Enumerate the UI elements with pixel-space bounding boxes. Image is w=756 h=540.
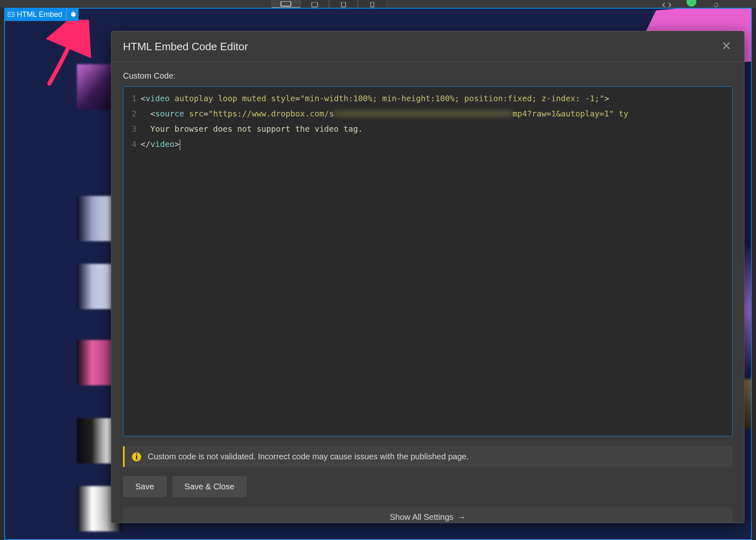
html-embed-editor-dialog: HTML Embed Code Editor Custom Code: 1 2 … [111, 31, 744, 523]
svg-rect-2 [341, 2, 346, 7]
custom-code-label: Custom Code: [123, 71, 733, 81]
arrow-right-icon: → [457, 512, 466, 522]
line-number: 4 [123, 137, 137, 152]
dialog-title: HTML Embed Code Editor [123, 40, 248, 53]
svg-rect-0 [281, 1, 291, 6]
svg-rect-3 [371, 2, 374, 7]
element-tag-label[interactable]: HTML Embed [5, 8, 66, 21]
code-content[interactable]: <video autoplay loop muted style="min-wi… [141, 87, 732, 436]
line-number: 2 [123, 106, 137, 121]
show-all-settings-button[interactable]: Show All Settings → [123, 507, 733, 523]
dialog-footer: Save Save & Close [111, 467, 744, 497]
save-button[interactable]: Save [123, 476, 167, 497]
dialog-body: Custom Code: 1 2 3 4 <video autoplay loo… [111, 62, 744, 436]
status-indicator [684, 0, 698, 8]
show-all-settings-label: Show All Settings [390, 512, 454, 522]
element-settings-button[interactable] [66, 8, 79, 21]
redacted-text: XXXXXXXXXXXXXXXXXXXXXXXXXXXXXXXXXXXXX [334, 109, 513, 119]
code-editor[interactable]: 1 2 3 4 <video autoplay loop muted style… [123, 86, 733, 436]
save-and-close-button[interactable]: Save & Close [172, 476, 247, 497]
text-caret [180, 140, 180, 150]
top-right-toolbar [660, 0, 748, 8]
refresh-icon[interactable] [709, 0, 723, 8]
line-number: 1 [123, 91, 137, 106]
device-tablet-landscape-icon[interactable] [329, 0, 358, 8]
dialog-close-button[interactable] [720, 40, 733, 54]
element-tag-text: HTML Embed [17, 10, 62, 19]
gear-icon [70, 11, 76, 18]
warning-text: Custom code is not validated. Incorrect … [148, 452, 468, 461]
selected-element-tag: HTML Embed [5, 8, 79, 21]
code-gutter: 1 2 3 4 [123, 87, 141, 436]
device-desktop-icon[interactable] [271, 0, 300, 8]
info-icon: i [132, 452, 141, 461]
dialog-header: HTML Embed Code Editor [111, 31, 744, 62]
annotation-arrow [43, 20, 93, 86]
device-mobile-icon[interactable] [358, 0, 387, 8]
code-embed-icon [8, 11, 14, 18]
svg-rect-1 [312, 2, 318, 7]
more-icon[interactable] [734, 0, 748, 8]
expand-icon[interactable] [660, 0, 674, 8]
viewport-device-switcher [271, 0, 387, 8]
line-number: 3 [123, 121, 137, 137]
svg-rect-4 [8, 12, 14, 17]
device-tablet-icon[interactable] [300, 0, 329, 8]
validation-warning: i Custom code is not validated. Incorrec… [123, 446, 733, 467]
close-icon [723, 42, 730, 49]
